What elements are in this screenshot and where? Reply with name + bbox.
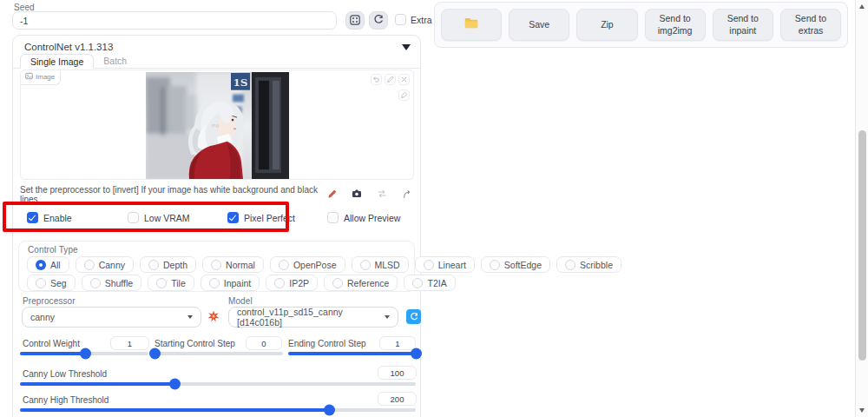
control-weight-value[interactable]: 1 bbox=[110, 336, 149, 350]
zip-button[interactable]: Zip bbox=[576, 9, 637, 41]
chevron-down-icon bbox=[187, 315, 193, 319]
control-type-group: Control Type All Canny Depth Normal Open… bbox=[18, 241, 415, 292]
pixel-perfect-checkbox-box[interactable] bbox=[227, 212, 239, 223]
control-type-normal[interactable]: Normal bbox=[202, 256, 264, 273]
canny-low-value[interactable]: 100 bbox=[378, 366, 417, 380]
control-type-mlsd[interactable]: MLSD bbox=[352, 256, 409, 273]
scroll-down-arrow-icon[interactable] bbox=[859, 408, 865, 413]
enable-checkbox[interactable]: Enable bbox=[27, 212, 72, 223]
control-type-seg[interactable]: Seg bbox=[27, 275, 76, 291]
preprocessor-value: canny bbox=[30, 312, 55, 322]
control-type-t2ia[interactable]: T2IA bbox=[404, 275, 455, 291]
extra-checkbox-label: Extra bbox=[411, 15, 432, 25]
reuse-seed-button[interactable] bbox=[369, 11, 388, 30]
low-vram-checkbox[interactable]: Low VRAM bbox=[128, 212, 190, 223]
image-component-label: Image bbox=[21, 70, 61, 85]
control-type-openpose[interactable]: OpenPose bbox=[270, 256, 345, 273]
low-vram-checkbox-box[interactable] bbox=[128, 212, 139, 223]
pixel-perfect-checkbox[interactable]: Pixel Perfect bbox=[227, 212, 295, 223]
enable-checkbox-box[interactable] bbox=[27, 212, 38, 223]
model-value: control_v11p_sd15_canny [d14c016b] bbox=[237, 307, 385, 328]
enable-label: Enable bbox=[43, 213, 72, 223]
scroll-up-arrow-icon[interactable] bbox=[859, 4, 865, 9]
save-button[interactable]: Save bbox=[509, 9, 569, 41]
seed-input[interactable] bbox=[12, 11, 337, 30]
control-weight-label: Control Weight bbox=[23, 339, 80, 348]
control-type-shuffle[interactable]: Shuffle bbox=[82, 275, 142, 291]
control-type-all[interactable]: All bbox=[27, 256, 69, 273]
image-label-text: Image bbox=[36, 73, 55, 81]
control-type-tile[interactable]: Tile bbox=[148, 275, 194, 291]
svg-text:ing: ing bbox=[212, 122, 219, 128]
tab-single-image[interactable]: Single Image bbox=[20, 54, 94, 69]
send-dimensions-icon[interactable] bbox=[402, 187, 411, 202]
edit-pencil-icon[interactable] bbox=[385, 74, 396, 85]
page-scrollbar[interactable] bbox=[855, 0, 868, 417]
control-type-softedge[interactable]: SoftEdge bbox=[481, 256, 550, 273]
chevron-down-icon bbox=[385, 315, 390, 319]
brush-icon[interactable] bbox=[398, 89, 410, 101]
pixel-perfect-label: Pixel Perfect bbox=[244, 213, 295, 223]
send-to-extras-button[interactable]: Send to extras bbox=[780, 9, 841, 41]
model-dropdown[interactable]: control_v11p_sd15_canny [d14c016b] bbox=[228, 307, 398, 328]
control-type-lineart[interactable]: Lineart bbox=[415, 256, 475, 273]
ending-step-slider[interactable] bbox=[288, 352, 416, 355]
extra-seed-checkbox[interactable]: Extra bbox=[395, 14, 432, 25]
image-sign-text: 1S bbox=[233, 76, 247, 89]
new-canvas-icon[interactable] bbox=[327, 187, 337, 202]
control-type-depth[interactable]: Depth bbox=[140, 256, 196, 273]
run-preprocessor-icon[interactable] bbox=[207, 310, 220, 326]
control-type-canny[interactable]: Canny bbox=[76, 256, 134, 273]
starting-step-value[interactable]: 0 bbox=[246, 336, 282, 350]
control-type-inpaint[interactable]: Inpaint bbox=[201, 275, 260, 291]
ending-step-label: Ending Control Step bbox=[288, 339, 366, 348]
starting-step-slider[interactable] bbox=[155, 352, 283, 355]
open-folder-button[interactable] bbox=[441, 9, 502, 41]
clear-image-icon[interactable] bbox=[398, 74, 410, 85]
image-dropzone[interactable]: Image bbox=[20, 70, 414, 180]
send-to-inpaint-button[interactable]: Send to inpaint bbox=[713, 9, 773, 41]
image-icon bbox=[25, 72, 33, 82]
allow-preview-checkbox-box[interactable] bbox=[327, 212, 339, 223]
control-type-label: Control Type bbox=[28, 245, 78, 255]
collapse-arrow-icon[interactable] bbox=[402, 44, 411, 50]
controlnet-tabbar: Single Image Batch bbox=[13, 54, 420, 69]
canny-low-label: Canny Low Threshold bbox=[23, 369, 107, 379]
controlnet-title[interactable]: ControlNet v1.1.313 bbox=[24, 42, 113, 52]
folder-icon bbox=[464, 17, 478, 31]
uploaded-image[interactable]: 1S ing bbox=[146, 72, 289, 179]
canny-low-slider[interactable] bbox=[20, 382, 416, 386]
control-type-ip2p[interactable]: IP2P bbox=[266, 275, 318, 291]
send-to-img2img-button[interactable]: Send to img2img bbox=[645, 9, 706, 41]
allow-preview-checkbox[interactable]: Allow Preview bbox=[327, 212, 400, 223]
canny-high-label: Canny High Threshold bbox=[23, 395, 108, 405]
random-seed-button[interactable] bbox=[345, 11, 365, 30]
canny-high-slider[interactable] bbox=[20, 408, 416, 412]
preprocessor-label: Preprocessor bbox=[23, 296, 76, 306]
refresh-models-button[interactable] bbox=[406, 309, 421, 324]
recycle-icon bbox=[373, 13, 384, 29]
dice-icon bbox=[350, 13, 360, 29]
undo-icon[interactable] bbox=[371, 74, 382, 85]
model-label: Model bbox=[228, 296, 253, 306]
refresh-icon bbox=[410, 309, 418, 325]
allow-preview-label: Allow Preview bbox=[344, 213, 400, 223]
webcam-icon[interactable] bbox=[352, 187, 362, 202]
scrollbar-thumb[interactable] bbox=[858, 130, 866, 361]
extra-checkbox-box[interactable] bbox=[395, 14, 406, 25]
starting-step-label: Starting Control Step bbox=[155, 339, 235, 348]
control-weight-slider[interactable] bbox=[20, 352, 148, 355]
mirror-webcam-icon[interactable] bbox=[377, 187, 387, 202]
control-type-reference[interactable]: Reference bbox=[324, 275, 398, 291]
low-vram-label: Low VRAM bbox=[144, 213, 190, 223]
canny-high-value[interactable]: 200 bbox=[378, 392, 417, 406]
tab-batch[interactable]: Batch bbox=[94, 54, 136, 68]
preprocessor-dropdown[interactable]: canny bbox=[22, 307, 201, 328]
control-type-scribble[interactable]: Scribble bbox=[556, 256, 621, 273]
gallery-toolbar: Save Zip Send to img2img Send to inpaint… bbox=[434, 2, 848, 48]
invert-hint-text: Set the preprocessor to [invert] If your… bbox=[20, 185, 327, 204]
controlnet-panel: ControlNet v1.1.313 Single Image Batch I… bbox=[12, 35, 421, 417]
ending-step-value[interactable]: 1 bbox=[379, 336, 416, 350]
